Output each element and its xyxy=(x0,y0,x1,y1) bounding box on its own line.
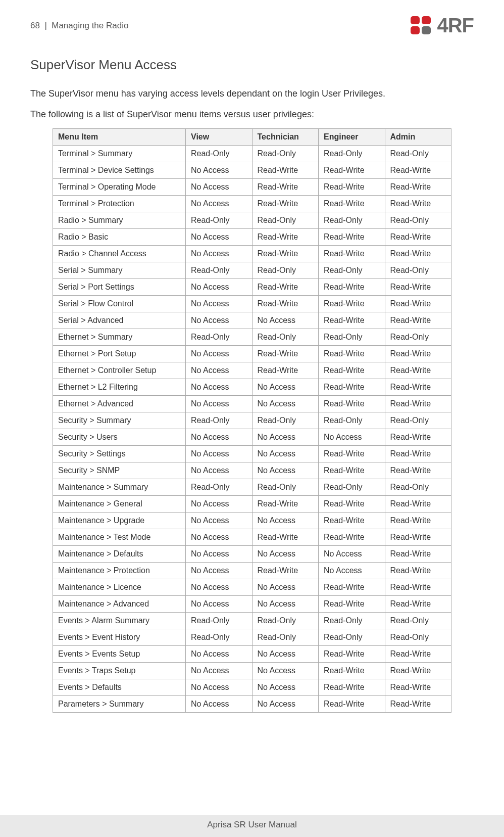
cell-access: Read-Only xyxy=(319,212,385,229)
cell-access: Read-Only xyxy=(319,146,385,162)
cell-access: Read-Only xyxy=(252,412,319,429)
cell-menu-item: Maintenance > Upgrade xyxy=(53,513,186,529)
cell-access: Read-Write xyxy=(385,513,451,529)
cell-access: No Access xyxy=(186,362,253,379)
cell-access: Read-Write xyxy=(385,596,451,613)
table-row: Maintenance > SummaryRead-OnlyRead-OnlyR… xyxy=(53,479,451,496)
cell-access: Read-Only xyxy=(186,613,253,629)
cell-access: Read-Only xyxy=(385,613,451,629)
cell-menu-item: Radio > Basic xyxy=(53,229,186,246)
cell-menu-item: Security > Settings xyxy=(53,446,186,462)
table-row: Serial > SummaryRead-OnlyRead-OnlyRead-O… xyxy=(53,262,451,279)
table-row: Maintenance > ProtectionNo AccessRead-Wr… xyxy=(53,563,451,579)
cell-access: Read-Write xyxy=(385,196,451,212)
cell-access: Read-Write xyxy=(385,279,451,296)
cell-access: Read-Write xyxy=(319,679,385,696)
header-menu-item: Menu Item xyxy=(53,129,186,146)
cell-access: No Access xyxy=(252,679,319,696)
cell-access: No Access xyxy=(186,229,253,246)
table-row: Radio > BasicNo AccessRead-WriteRead-Wri… xyxy=(53,229,451,246)
cell-access: Read-Only xyxy=(385,479,451,496)
cell-access: Read-Only xyxy=(319,479,385,496)
cell-menu-item: Ethernet > L2 Filtering xyxy=(53,379,186,396)
cell-access: Read-Only xyxy=(385,412,451,429)
cell-access: Read-Write xyxy=(252,496,319,513)
cell-menu-item: Maintenance > Defaults xyxy=(53,546,186,563)
cell-access: No Access xyxy=(319,563,385,579)
cell-access: Read-Write xyxy=(319,446,385,462)
table-row: Events > Events SetupNo AccessNo AccessR… xyxy=(53,646,451,663)
table-row: Serial > Port SettingsNo AccessRead-Writ… xyxy=(53,279,451,296)
cell-access: No Access xyxy=(186,696,253,713)
table-row: Maintenance > GeneralNo AccessRead-Write… xyxy=(53,496,451,513)
cell-access: Read-Write xyxy=(252,362,319,379)
cell-access: Read-Write xyxy=(252,279,319,296)
cell-access: No Access xyxy=(186,579,253,596)
cell-access: Read-Write xyxy=(252,229,319,246)
cell-menu-item: Ethernet > Port Setup xyxy=(53,346,186,362)
cell-access: No Access xyxy=(186,279,253,296)
cell-access: No Access xyxy=(186,646,253,663)
cell-access: Read-Only xyxy=(385,262,451,279)
header-sep: | xyxy=(44,21,46,30)
cell-access: No Access xyxy=(186,379,253,396)
cell-menu-item: Radio > Summary xyxy=(53,212,186,229)
cell-access: No Access xyxy=(252,696,319,713)
cell-access: No Access xyxy=(186,596,253,613)
cell-access: No Access xyxy=(186,446,253,462)
header-technician: Technician xyxy=(252,129,319,146)
cell-access: Read-Write xyxy=(319,296,385,312)
chapter-title: Managing the Radio xyxy=(52,21,128,30)
cell-access: No Access xyxy=(186,529,253,546)
cell-access: Read-Only xyxy=(252,146,319,162)
cell-menu-item: Maintenance > Advanced xyxy=(53,596,186,613)
table-row: Radio > SummaryRead-OnlyRead-OnlyRead-On… xyxy=(53,212,451,229)
table-row: Ethernet > L2 FilteringNo AccessNo Acces… xyxy=(53,379,451,396)
table-row: Maintenance > DefaultsNo AccessNo Access… xyxy=(53,546,451,563)
cell-access: No Access xyxy=(186,563,253,579)
cell-access: Read-Write xyxy=(319,513,385,529)
cell-access: No Access xyxy=(252,462,319,479)
cell-access: No Access xyxy=(186,396,253,412)
svg-rect-0 xyxy=(411,16,420,24)
cell-access: Read-Only xyxy=(186,412,253,429)
cell-menu-item: Ethernet > Advanced xyxy=(53,396,186,412)
header-admin: Admin xyxy=(385,129,451,146)
cell-access: Read-Write xyxy=(385,696,451,713)
cell-access: Read-Write xyxy=(385,646,451,663)
cell-access: Read-Write xyxy=(319,162,385,179)
cell-access: Read-Write xyxy=(319,279,385,296)
cell-access: No Access xyxy=(186,462,253,479)
table-row: Events > Traps SetupNo AccessNo AccessRe… xyxy=(53,663,451,679)
cell-access: Read-Write xyxy=(252,246,319,262)
cell-access: Read-Only xyxy=(319,412,385,429)
cell-access: Read-Only xyxy=(186,212,253,229)
cell-access: Read-Only xyxy=(252,613,319,629)
cell-access: No Access xyxy=(186,679,253,696)
svg-rect-2 xyxy=(411,26,420,34)
cell-access: Read-Write xyxy=(385,663,451,679)
cell-access: No Access xyxy=(252,429,319,446)
cell-access: Read-Write xyxy=(385,579,451,596)
cell-access: Read-Write xyxy=(385,362,451,379)
cell-access: No Access xyxy=(252,396,319,412)
cell-access: Read-Only xyxy=(319,329,385,346)
cell-access: Read-Only xyxy=(319,613,385,629)
table-row: Ethernet > Port SetupNo AccessRead-Write… xyxy=(53,346,451,362)
table-row: Maintenance > AdvancedNo AccessNo Access… xyxy=(53,596,451,613)
cell-access: Read-Write xyxy=(319,696,385,713)
cell-menu-item: Terminal > Summary xyxy=(53,146,186,162)
cell-menu-item: Maintenance > Protection xyxy=(53,563,186,579)
cell-access: No Access xyxy=(252,596,319,613)
header-engineer: Engineer xyxy=(319,129,385,146)
access-table: Menu Item View Technician Engineer Admin… xyxy=(53,128,451,713)
table-row: Terminal > Operating ModeNo AccessRead-W… xyxy=(53,179,451,196)
table-row: Serial > Flow ControlNo AccessRead-Write… xyxy=(53,296,451,312)
cell-menu-item: Radio > Channel Access xyxy=(53,246,186,262)
logo: 4RF xyxy=(410,14,474,37)
svg-rect-1 xyxy=(422,16,431,24)
table-row: Ethernet > AdvancedNo AccessNo AccessRea… xyxy=(53,396,451,412)
cell-menu-item: Maintenance > Summary xyxy=(53,479,186,496)
cell-access: No Access xyxy=(252,579,319,596)
cell-access: No Access xyxy=(252,312,319,329)
